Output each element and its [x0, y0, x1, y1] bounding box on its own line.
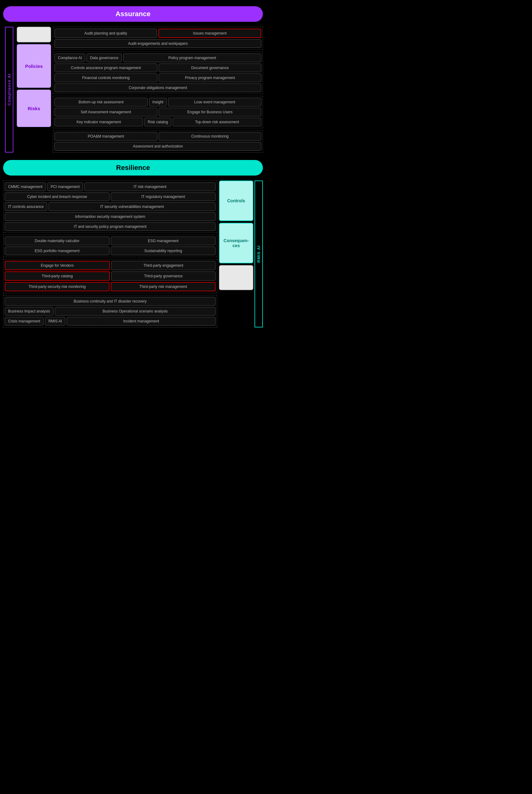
poam-group: POA&M management Continuous monitoring A… [53, 130, 263, 152]
rmis-ai-cell: RMIS AI [45, 317, 65, 326]
compliance-row-3: Financial controls monitoring Privacy pr… [54, 73, 261, 82]
it-row-3: IT controls assurance IT security vulner… [5, 202, 215, 211]
resilience-left: CMMC management PCI management IT risk m… [3, 181, 217, 328]
compliance-row-1: Compliance AI Data governance Policy pro… [54, 54, 261, 62]
audit-engagements-cell: Audit engagements and workpapers [54, 39, 261, 48]
thirdparty-row-3: Third-party security risk monitoring Thi… [5, 282, 215, 291]
business-operational-cell: Business Operational scenario analysis [55, 307, 215, 316]
esg-group: Double materiality calcultor ESG managem… [3, 235, 217, 257]
audit-group: Audit planning and quality Issues manage… [53, 27, 263, 50]
key-indicator-cell: Key indicator management [54, 118, 143, 126]
self-assessment-cell: Self Assessment management [54, 108, 157, 116]
top-down-cell: Top-down risk assessment [173, 118, 261, 126]
risk-row-2: Self Assessment management Engage for Bu… [54, 108, 261, 116]
compliance-ai-cell: Compliance AI [54, 54, 85, 62]
compliance-ai-vertical-label: Compliance AI [5, 27, 13, 152]
poam-management-cell: POA&M management [54, 132, 157, 141]
it-controls-cell: IT controls assurance [5, 202, 47, 211]
risk-row-1: Bottom-up risk assessment Insight Lose e… [54, 98, 261, 107]
continuity-row-2: Business Impact analysis Business Operat… [5, 307, 215, 316]
thirdparty-row-1: Engage for Vendors Third-party engagemen… [5, 261, 215, 270]
audit-row-2: Audit engagements and workpapers [54, 39, 261, 48]
esg-row-1: Double materiality calcultor ESG managem… [5, 237, 215, 245]
resilience-banner: Resilience [3, 160, 263, 176]
controls-box: Controls [219, 181, 253, 221]
it-security-vuln-cell: IT security vulnerabilities management [49, 202, 216, 211]
poam-row-1: POA&M management Continuous monitoring [54, 132, 261, 141]
thirdparty-risk-mgmt-cell: Third-party risk management [111, 282, 215, 291]
engage-vendors-cell: Engage for Vendors [5, 261, 110, 270]
controls-assurance-cell: Controls assurance program management [54, 63, 157, 72]
assessment-authorization-cell: Assessment and authorization [54, 142, 261, 151]
crisis-management-cell: Crisis management [5, 317, 43, 326]
compliance-row-4: Corporate obligations management [54, 84, 261, 92]
engage-business-cell: Engage for Business Users [159, 108, 262, 116]
assurance-side-categories: Policies Risks [17, 27, 51, 152]
audit-row-1: Audit planning and quality Issues manage… [54, 29, 261, 38]
sustainability-cell: Sustainability reporting [111, 246, 215, 255]
it-row-2: Cyber incident and breach response IT re… [5, 192, 215, 201]
financial-controls-cell: Financial controls monitoring [54, 73, 157, 82]
esg-row-2: ESG porfoilio management Sustainability … [5, 246, 215, 255]
corporate-obligations-cell: Corporate obligations management [54, 84, 261, 92]
continuity-group: Business continuity and IT disaster reco… [3, 295, 217, 328]
risk-row-3: Key indicator management Risk catalog To… [54, 118, 261, 126]
document-governance-cell: Document governance [159, 63, 262, 72]
it-security-policy-cell: IT and security policy program managemen… [5, 222, 215, 231]
thirdparty-row-2: Third-party catalog Third-party governan… [5, 272, 215, 281]
assurance-section: Compliance AI Policies Risks Audit plann… [3, 27, 263, 152]
thirdparty-group: Engage for Vendors Third-party engagemen… [3, 259, 217, 293]
continuity-row-3: Crisis management RMIS AI Incident manag… [5, 317, 215, 326]
resilience-section: CMMC management PCI management IT risk m… [3, 181, 263, 328]
continuous-monitoring-cell: Continuous monitoring [159, 132, 262, 141]
it-regulatory-cell: IT regulatory management [111, 192, 215, 201]
continuity-row-1: Business continuity and IT disaster reco… [5, 297, 215, 306]
it-row-5: IT and security policy program managemen… [5, 222, 215, 231]
it-risk-cell: IT risk management [84, 182, 215, 191]
risk-group: Bottom-up risk assessment Insight Lose e… [53, 96, 263, 128]
page-wrapper: Assurance Compliance AI Policies Risks [3, 6, 263, 328]
compliance-group: Compliance AI Data governance Policy pro… [53, 52, 263, 94]
compliance-ai-label-col: Compliance AI [3, 27, 15, 152]
risk-catalog-cell: Risk catalog [144, 118, 171, 126]
esg-management-cell: ESG management [111, 237, 215, 245]
audit-planning-cell: Audit planning and quality [54, 29, 157, 38]
poam-row-2: Assessment and authorization [54, 142, 261, 151]
bottom-up-cell: Bottom-up risk assessment [54, 98, 148, 107]
thirdparty-governance-cell: Third-party governance [111, 272, 215, 281]
thirdparty-catalog-cell: Third-party catalog [5, 272, 110, 281]
business-impact-cell: Business Impact analysis [5, 307, 54, 316]
it-row-4: Informantion security management system [5, 212, 215, 221]
thirdparty-security-cell: Third-party security risk monitoring [5, 282, 110, 291]
cmmc-cell: CMMC management [5, 182, 46, 191]
assurance-cat-empty [17, 27, 51, 42]
cyber-incident-cell: Cyber incident and breach response [5, 192, 110, 201]
policy-program-cell: Policy program management [123, 54, 261, 62]
double-materiality-cell: Double materiality calcultor [5, 237, 110, 245]
privacy-program-cell: Privacy program management [159, 73, 262, 82]
pci-cell: PCI management [47, 182, 83, 191]
business-continuity-cell: Business continuity and IT disaster reco… [5, 297, 215, 306]
it-group: CMMC management PCI management IT risk m… [3, 181, 217, 233]
right-boxes-col: Controls Consequen-ces [219, 181, 253, 328]
assurance-cat-risks: Risks [17, 90, 51, 127]
rmis-ai-vertical-label: RMIS AI [254, 181, 263, 328]
compliance-row-2: Controls assurance program management Do… [54, 63, 261, 72]
issues-management-cell: Issues management [158, 29, 262, 38]
empty-right-box [219, 265, 253, 290]
lose-event-cell: Lose event management [168, 98, 261, 107]
data-governance-cell: Data governance [87, 54, 122, 62]
assurance-content: Audit planning and quality Issues manage… [53, 27, 263, 152]
consequences-box: Consequen-ces [219, 223, 253, 263]
thirdparty-engagement-cell: Third-party engagement [111, 261, 215, 270]
insight-cell: Insight [149, 98, 167, 107]
resilience-right: Controls Consequen-ces RMIS AI [219, 181, 263, 328]
esg-portfolio-cell: ESG porfoilio management [5, 246, 110, 255]
it-row-1: CMMC management PCI management IT risk m… [5, 182, 215, 191]
assurance-cat-policies: Policies [17, 44, 51, 88]
incident-management-cell: Incident management [66, 317, 215, 326]
info-security-cell: Informantion security management system [5, 212, 215, 221]
assurance-banner: Assurance [3, 6, 263, 22]
